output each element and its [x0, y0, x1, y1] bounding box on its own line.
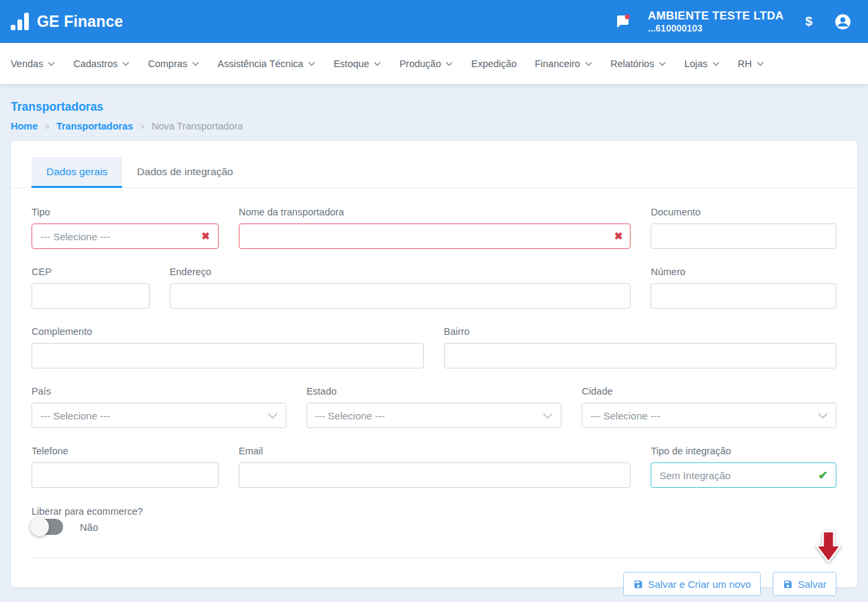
brand-name: GE Finance: [37, 13, 123, 31]
company-selector[interactable]: AMBIENTE TESTE LTDA ...610000103: [648, 9, 784, 35]
nav-item-vendas[interactable]: Vendas: [11, 58, 55, 69]
breadcrumb: Home > Transportadoras > Nova Transporta…: [11, 121, 857, 132]
complemento-label: Complemento: [32, 326, 424, 337]
bairro-input[interactable]: [444, 343, 837, 368]
invalid-clear-icon: ✖: [201, 230, 210, 242]
notifications-chat-icon[interactable]: [614, 13, 631, 30]
tab-dados-integracao[interactable]: Dados de integração: [122, 157, 248, 188]
chevron-down-icon: [445, 62, 453, 66]
breadcrumb-section-link[interactable]: Transportadoras: [56, 121, 133, 132]
nav-item-relatorios[interactable]: Relatórios: [610, 58, 666, 69]
chevron-down-icon: [192, 62, 199, 66]
tipo-select[interactable]: --- Selecione --- ✖: [32, 223, 219, 249]
nome-label: Nome da transportadora: [239, 207, 631, 217]
dropdown-chevron-icon: [818, 413, 828, 419]
nav-item-compras[interactable]: Compras: [148, 58, 199, 69]
ecommerce-toggle[interactable]: [32, 519, 63, 535]
nav-item-producao[interactable]: Produção: [399, 58, 453, 69]
ecommerce-toggle-state: Não: [80, 521, 99, 533]
nav-item-cadastros[interactable]: Cadastros: [73, 58, 129, 69]
form-card: Dados gerais Dados de integração Tipo --…: [11, 141, 857, 587]
tipo-integracao-select[interactable]: Sem Integração ✔: [651, 462, 836, 488]
nome-input[interactable]: [239, 223, 631, 249]
brand: GE Finance: [11, 13, 123, 31]
tipo-integracao-label: Tipo de integração: [651, 446, 836, 456]
nav-item-expedicao[interactable]: Expedição: [471, 58, 517, 69]
save-and-new-button[interactable]: Salvar e Criar um novo: [623, 572, 761, 596]
email-input[interactable]: [239, 462, 631, 488]
pais-label: País: [32, 386, 286, 397]
breadcrumb-current: Nova Transportadora: [152, 121, 243, 132]
numero-input[interactable]: [651, 283, 836, 309]
documento-input[interactable]: [651, 223, 836, 249]
chevron-down-icon: [308, 62, 315, 66]
pais-select[interactable]: --- Selecione ---: [32, 403, 286, 428]
nav-item-lojas[interactable]: Lojas: [684, 58, 720, 69]
save-icon: [633, 579, 643, 589]
company-name: AMBIENTE TESTE LTDA: [648, 9, 784, 23]
account-icon[interactable]: [834, 13, 852, 31]
email-label: Email: [239, 446, 631, 456]
chevron-down-icon: [757, 62, 764, 66]
dropdown-chevron-icon: [543, 413, 553, 419]
cep-input[interactable]: [32, 283, 150, 309]
main-nav: Vendas Cadastros Compras Assistência Téc…: [0, 43, 868, 84]
nav-item-estoque[interactable]: Estoque: [333, 58, 381, 69]
save-icon: [783, 579, 793, 589]
chevron-down-icon: [659, 62, 666, 66]
valid-check-icon: ✔: [818, 468, 828, 483]
endereco-input[interactable]: [170, 283, 631, 309]
telefone-label: Telefone: [32, 446, 219, 456]
form-actions: Salvar e Criar um novo Salvar: [11, 558, 857, 602]
nav-item-rh[interactable]: RH: [738, 58, 764, 69]
estado-select[interactable]: --- Selecione ---: [307, 403, 562, 428]
currency-dollar-icon[interactable]: $: [801, 14, 816, 29]
chevron-down-icon: [712, 62, 720, 66]
endereco-label: Endereço: [170, 266, 631, 277]
toggle-knob: [30, 517, 49, 536]
numero-label: Número: [651, 266, 836, 277]
cep-label: CEP: [32, 266, 150, 277]
telefone-input[interactable]: [32, 462, 219, 488]
invalid-clear-icon: ✖: [614, 230, 623, 242]
nav-item-financeiro[interactable]: Financeiro: [535, 58, 592, 69]
chevron-down-icon: [374, 62, 381, 66]
company-code: ...610000103: [648, 23, 784, 35]
bairro-label: Bairro: [444, 326, 837, 337]
tab-bar: Dados gerais Dados de integração: [11, 141, 857, 188]
chevron-down-icon: [585, 62, 592, 66]
cidade-label: Cidade: [582, 386, 836, 397]
bar-chart-logo-icon: [11, 13, 29, 30]
complemento-input[interactable]: [32, 343, 424, 368]
tab-dados-gerais[interactable]: Dados gerais: [32, 157, 122, 188]
annotation-arrow-pointer: [814, 530, 843, 564]
estado-label: Estado: [307, 386, 562, 397]
tipo-label: Tipo: [32, 207, 219, 217]
save-button[interactable]: Salvar: [773, 572, 836, 596]
ecommerce-label: Liberar para ecommerce?: [32, 506, 143, 517]
dropdown-chevron-icon: [268, 413, 278, 419]
chevron-down-icon: [48, 62, 55, 66]
nav-item-assistencia-tecnica[interactable]: Assistência Técnica: [217, 58, 315, 69]
cidade-select[interactable]: --- Selecione ---: [582, 403, 836, 428]
page-title: Transportadoras: [11, 100, 857, 114]
app-header: GE Finance AMBIENTE TESTE LTDA ...610000…: [0, 0, 868, 43]
carrier-form: Tipo --- Selecione --- ✖ Nome da transpo…: [11, 188, 857, 535]
documento-label: Documento: [651, 207, 836, 217]
breadcrumb-separator: >: [140, 121, 145, 132]
breadcrumb-separator: >: [44, 121, 50, 132]
chevron-down-icon: [122, 62, 129, 66]
breadcrumb-home-link[interactable]: Home: [11, 121, 38, 132]
